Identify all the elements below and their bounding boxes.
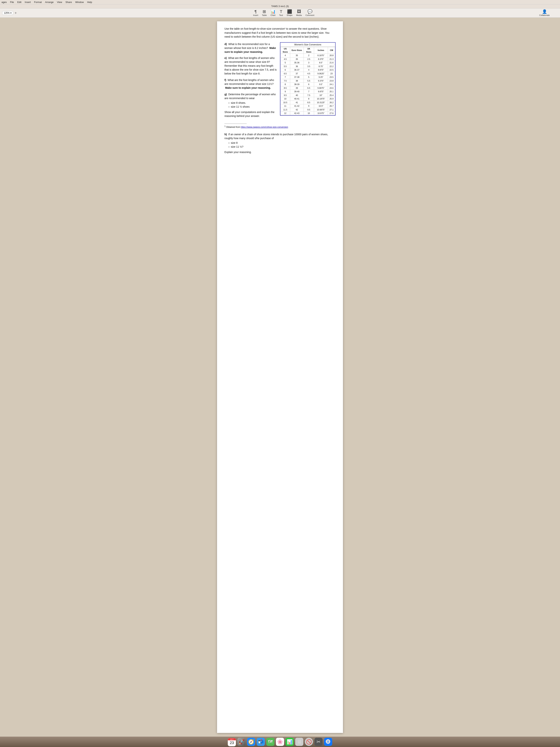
text-icon: T: [280, 10, 282, 14]
dock-item-mail[interactable]: 📬: [257, 738, 265, 746]
menu-item-arrange[interactable]: Arrange: [45, 1, 54, 3]
question-g-body: Determine the percentage of women who ar…: [224, 93, 276, 100]
table-row: 11.5429.510.6875"27.1: [281, 108, 335, 111]
table-row: 1141-42910.5"26.7: [281, 104, 335, 108]
question-d-body: What is the recommended size for a woman…: [224, 43, 270, 49]
shape-label: Shape: [287, 14, 293, 16]
menu-item-pages[interactable]: ages: [1, 1, 7, 3]
table-title: Women's Size Conversions: [281, 43, 335, 47]
chart-label: Chart: [271, 14, 275, 16]
footnote-text: Obtained from: [226, 126, 241, 128]
menu-item-view[interactable]: View: [57, 1, 62, 3]
appstore-icon: 🅐: [324, 738, 332, 746]
toolbar: 125% ▾ + ¶ Insert ⊞ Table 📊 Chart T Text…: [0, 8, 560, 18]
question-h-explain: Explain your reasoning.: [224, 150, 336, 154]
menu-item-edit[interactable]: Edit: [17, 1, 21, 3]
footnote: 1 Obtained from https://www.zappos.com/c…: [224, 125, 336, 129]
toolbar-insert[interactable]: ¶ Insert: [253, 10, 258, 16]
toolbar-table[interactable]: ⊞ Table: [262, 10, 267, 16]
table-row: 10.5418.510.3125"26.2: [281, 101, 335, 104]
dock-calendar-icon[interactable]: OCT 23: [228, 738, 236, 746]
maps-icon: 🗺: [266, 738, 274, 746]
size-data-table: US Sizes Euro Sizes UK Sizes Inches CM 4…: [281, 47, 335, 115]
dock-item-photos[interactable]: 🌸: [276, 738, 284, 746]
monitor-icon: 🖥: [295, 738, 303, 746]
dock-item-safari[interactable]: 🧭: [247, 738, 255, 746]
header-euro-sizes: Euro Sizes: [290, 47, 303, 54]
footnote-link[interactable]: https://www.zappos.com/c/shoe-size-conve…: [241, 126, 288, 128]
toolbar-media[interactable]: 🖼 Media: [296, 10, 302, 16]
dock-item-monitor[interactable]: 🖥: [295, 738, 303, 746]
menu-item-format[interactable]: Format: [34, 1, 42, 3]
media-label: Media: [296, 14, 302, 16]
table-row: 4.5352.58.375"21.3: [281, 57, 335, 61]
table-row: 1040-41810.1875"25.9: [281, 97, 335, 101]
noentry-icon: 🚫: [305, 738, 313, 746]
dock-item-scissors[interactable]: ✂: [315, 738, 323, 746]
header-cm: CM: [328, 47, 335, 54]
header-us-sizes: US Sizes: [281, 47, 290, 54]
table-row: 636-3748.875"22.5: [281, 68, 335, 72]
menu-item-window[interactable]: Window: [75, 1, 84, 3]
dock-item-calendar[interactable]: OCT 23: [228, 738, 236, 746]
text-label: Text: [279, 14, 283, 16]
toolbar-shape[interactable]: ⬛ Shape: [287, 10, 293, 16]
dock-item-numbers[interactable]: 📊: [286, 738, 294, 746]
dock-calendar-day: 23: [230, 740, 234, 745]
question-f-body: What are the foot lengths of women who a…: [224, 79, 274, 85]
dock-item-maps[interactable]: 🗺: [266, 738, 274, 746]
question-d-label: d): [224, 43, 227, 46]
toolbar-chart[interactable]: 📊 Chart: [271, 10, 275, 16]
zoom-control[interactable]: 125% ▾: [2, 11, 13, 15]
scissors-icon: ✂: [315, 738, 323, 746]
dock-item-launchpad[interactable]: 🚀: [237, 738, 245, 746]
menu-item-share[interactable]: Share: [65, 1, 72, 3]
table-icon: ⊞: [263, 10, 266, 14]
bullet-g-2: size 11 ½ shoes: [228, 105, 278, 109]
media-icon: 🖼: [297, 10, 301, 14]
question-f-text: f) What are the foot lengths of women wh…: [224, 78, 278, 90]
launchpad-icon: 🚀: [237, 738, 245, 746]
menu-item-file[interactable]: File: [10, 1, 14, 3]
window-title: TAMS 3 rev1 (3): [0, 4, 560, 8]
table-label: Table: [262, 14, 267, 16]
toolbar-collaborate[interactable]: 👤 Collaborate: [539, 10, 550, 16]
section-e: e) What are the foot lengths of women wh…: [224, 56, 278, 76]
shape-icon: ⬛: [287, 10, 292, 14]
question-g-text: g) Determine the percentage of women who…: [224, 93, 278, 100]
table-row: 43528.1875"20.8: [281, 54, 335, 57]
add-page-button[interactable]: +: [15, 11, 17, 15]
header-uk-sizes: UK Sizes: [303, 47, 314, 54]
collaborate-label: Collaborate: [539, 14, 550, 16]
section-e-left: e) What are the foot lengths of women wh…: [224, 56, 278, 76]
photos-icon: 🌸: [276, 738, 284, 746]
menu-item-insert[interactable]: Insert: [25, 1, 31, 3]
table-row: 737-3859.25"23.5: [281, 75, 335, 79]
toolbar-text[interactable]: T Text: [279, 10, 283, 16]
question-e-label: e): [224, 56, 227, 59]
table-row: 7.5385.59.375"23.8: [281, 79, 335, 83]
dock-calendar-month: OCT: [228, 738, 236, 740]
womens-size-table: Women's Size Conversions US Sizes Euro S…: [280, 42, 336, 115]
section-f: f) What are the foot lengths of women wh…: [224, 78, 278, 90]
question-h-label: h): [224, 133, 227, 136]
question-d-text: d) What is the recommended size for a wo…: [224, 42, 278, 54]
table-row: 535-3638.5"21.6: [281, 61, 335, 65]
intro-paragraph: Use the table on foot-length-to-shoe-siz…: [224, 27, 336, 39]
section-d: d) What is the recommended size for a wo…: [224, 42, 336, 121]
question-h-bullets: size 8 size 11 ½?: [224, 141, 336, 149]
question-e-body: What are the foot lengths of women who a…: [224, 56, 277, 75]
safari-icon: 🧭: [247, 738, 255, 746]
document-page: Use the table on foot-length-to-shoe-siz…: [217, 21, 343, 733]
table-row: 9.5407.510"25.4: [281, 93, 335, 97]
bullet-g-1: size 8 shoes.: [228, 101, 278, 105]
menu-item-help[interactable]: Help: [87, 1, 92, 3]
question-g-show: Show all your computations and explain t…: [224, 110, 278, 118]
question-f-bold: Make sure to explain your reasoning.: [225, 86, 271, 89]
dock-item-noentry[interactable]: 🚫: [305, 738, 313, 746]
toolbar-comment[interactable]: 💬 Comment: [305, 10, 315, 16]
section-d-left: d) What is the recommended size for a wo…: [224, 42, 280, 121]
section-g: g) Determine the percentage of women who…: [224, 93, 278, 118]
comment-icon: 💬: [308, 10, 313, 14]
dock-item-appstore[interactable]: 🅐: [324, 738, 332, 746]
